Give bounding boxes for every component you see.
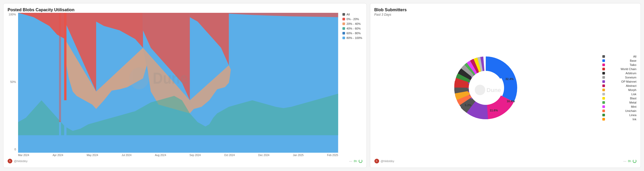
left-card-footer: h @hildobby ··· 8h <box>8 157 362 163</box>
x-label-mar2024: Mar 2024 <box>18 154 29 157</box>
right-card: Blob Submitters Past 3 Days <box>370 3 641 168</box>
legend-item-0-20: 0% - 20% <box>342 18 362 21</box>
left-card: Posted Blobs Capacity Utilisation 100% 5… <box>3 3 367 168</box>
legend-item-metal: Metal <box>602 101 636 104</box>
donut-legend: All Base Taiko World Chain Arbitrum Sone… <box>602 55 636 121</box>
legend-item-unichain: Unichain <box>602 109 636 112</box>
right-footer-left: h @hildobby <box>374 159 394 163</box>
right-chart-content: Dune 32.4% 16.4% 11.6% 5.2% All Base Tai <box>374 19 636 157</box>
legend-item-40-60: 40% - 60% <box>342 27 362 30</box>
legend-item-linea: Linea <box>602 113 636 117</box>
legend-dot-80-100 <box>342 37 345 39</box>
right-refresh-icon <box>633 159 636 163</box>
svg-rect-17 <box>59 122 61 153</box>
legend-item-soneium: Soneium <box>602 76 636 79</box>
y-label-50: 50% <box>10 80 16 83</box>
legend-item-20-40: 20% - 40% <box>342 22 362 25</box>
legend-dot-arbitrum <box>602 72 605 75</box>
legend-dot-all <box>602 55 605 58</box>
legend-dot-0-20 <box>342 18 345 20</box>
left-username: @hildobby <box>14 159 28 163</box>
svg-point-19 <box>129 67 149 89</box>
legend-dot-blast <box>602 97 605 100</box>
legend-dot-20-40 <box>342 22 345 25</box>
x-label-jul2024: Jul 2024 <box>122 154 132 157</box>
legend-label-20-40: 20% - 40% <box>347 22 361 25</box>
legend-label-mint: Mint <box>607 105 636 108</box>
legend-label-taiko: Taiko <box>607 63 636 66</box>
svg-rect-18 <box>59 13 61 122</box>
legend-dot-unichain <box>602 110 605 112</box>
legend-label-all: All <box>607 55 636 58</box>
legend-item-base: Base <box>602 59 636 62</box>
legend-item-op: OP Mainnet <box>602 80 636 83</box>
svg-text:Dune: Dune <box>487 87 501 93</box>
legend-dot-soneium <box>602 76 605 79</box>
svg-rect-16 <box>64 13 67 100</box>
right-dots-menu[interactable]: ··· <box>623 159 626 163</box>
pct-label-op: 11.6% <box>490 109 498 112</box>
legend-dot-base <box>602 59 605 62</box>
right-card-footer: h @hildobby ··· 8h <box>374 157 636 163</box>
x-label-oct2024: Oct 2024 <box>224 154 235 157</box>
legend-item-worldchain: World Chain <box>602 67 636 71</box>
x-label-jan2025: Jan 2025 <box>293 154 304 157</box>
right-card-subtitle: Past 3 Days <box>374 13 636 16</box>
left-footer-right: ··· 8h <box>349 159 362 163</box>
y-label-0: 0 <box>14 148 16 151</box>
x-label-sep2024: Sep 2024 <box>189 154 201 157</box>
donut-svg: Dune 32.4% 16.4% 11.6% 5.2% <box>449 51 522 124</box>
pct-label-taiko: 16.4% <box>507 100 515 103</box>
legend-dot-40-60 <box>342 27 345 30</box>
legend-item-all: All <box>602 55 636 58</box>
legend-label-soneium: Soneium <box>607 76 636 79</box>
legend-item-all: All <box>342 13 362 16</box>
legend-item-60-80: 60% - 80% <box>342 32 362 35</box>
legend-label-blast: Blast <box>607 97 636 100</box>
left-dots-menu[interactable]: ··· <box>349 159 352 163</box>
legend-dot-lisk <box>602 93 605 95</box>
x-label-dec2024: Dec 2024 <box>258 154 270 157</box>
legend-item-arbitrum: Arbitrum <box>602 72 636 75</box>
pct-label-ink: 5.2% <box>465 104 471 107</box>
left-user-avatar: h <box>8 159 12 163</box>
legend-label-lisk: Lisk <box>607 93 636 96</box>
right-refresh-label: 8h <box>628 159 631 163</box>
y-label-100: 100% <box>9 13 16 16</box>
left-footer-left: h @hildobby <box>8 159 28 163</box>
legend-label-80-100: 80% - 100% <box>347 36 362 39</box>
legend-label-arbitrum: Arbitrum <box>607 72 636 75</box>
legend-dot-metal <box>602 101 605 104</box>
legend-dot-60-80 <box>342 32 345 35</box>
legend-item-taiko: Taiko <box>602 63 636 66</box>
legend-dot-mint <box>602 105 605 108</box>
legend-item-morph: Morph <box>602 88 636 92</box>
legend-label-ink: Ink <box>607 118 636 121</box>
svg-point-22 <box>475 85 485 95</box>
legend-label-metal: Metal <box>607 101 636 104</box>
svg-rect-15 <box>64 100 67 153</box>
legend-label-worldchain: World Chain <box>607 67 636 71</box>
legend-label-base: Base <box>607 59 636 62</box>
legend-label-unichain: Unichain <box>607 109 636 112</box>
legend-label-morph: Morph <box>607 88 636 92</box>
right-card-title: Blob Submitters <box>374 8 636 12</box>
legend-label-all: All <box>347 13 350 16</box>
bar-chart-svg: Dune <box>18 13 338 153</box>
left-refresh-icon <box>359 159 362 163</box>
legend-item-blast: Blast <box>602 97 636 100</box>
donut-chart-area: Dune 32.4% 16.4% 11.6% 5.2% <box>374 51 597 124</box>
pct-label-base: 32.4% <box>505 77 514 81</box>
legend-label-linea: Linea <box>607 113 636 117</box>
left-card-title: Posted Blobs Capacity Utilisation <box>8 8 362 12</box>
legend-item-lisk: Lisk <box>602 93 636 96</box>
legend-dot-taiko <box>602 64 605 66</box>
legend-dot-all <box>342 13 345 16</box>
right-footer-right: ··· 8h <box>623 159 636 163</box>
right-user-avatar: h <box>374 159 379 163</box>
legend-label-0-20: 0% - 20% <box>347 18 359 21</box>
legend-dot-worldchain <box>602 68 605 70</box>
legend-item-ink: Ink <box>602 118 636 121</box>
legend-dot-op <box>602 80 605 83</box>
legend-label-40-60: 40% - 60% <box>347 27 361 30</box>
